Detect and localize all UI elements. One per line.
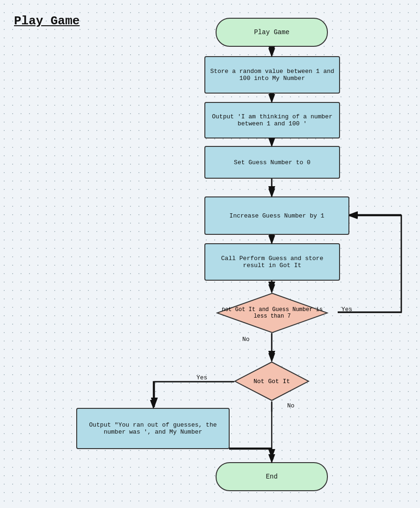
end-node: End xyxy=(216,462,328,491)
decision2-node: Not Got It xyxy=(234,361,310,401)
step4-label: Increase Guess Number by 1 xyxy=(230,212,325,219)
decision1-label: not Got It and Guess Number is less than… xyxy=(221,306,324,319)
decision2-yes-label: Yes xyxy=(196,374,207,381)
step4-node: Increase Guess Number by 1 xyxy=(204,196,349,235)
start-node: Play Game xyxy=(216,18,328,47)
step1-node: Store a random value between 1 and 100 i… xyxy=(204,56,340,94)
step6-node: Output "You ran out of guesses, the numb… xyxy=(76,408,230,449)
step5-label: Call Perform Guess and store result in G… xyxy=(210,255,334,269)
step6-label: Output "You ran out of guesses, the numb… xyxy=(82,421,224,435)
step3-node: Set Guess Number to 0 xyxy=(204,146,340,179)
decision1-no-label: No xyxy=(242,336,250,343)
decision2-label: Not Got It xyxy=(253,378,290,385)
step2-label: Output 'I am thinking of a number betwee… xyxy=(210,113,334,127)
step5-node: Call Perform Guess and store result in G… xyxy=(204,243,340,281)
decision2-no-label: No xyxy=(287,402,295,409)
page-title: Play Game xyxy=(14,14,80,28)
decision1-yes-label: Yes xyxy=(341,306,352,313)
end-label: End xyxy=(266,473,277,480)
start-label: Play Game xyxy=(254,29,290,36)
step1-label: Store a random value between 1 and 100 i… xyxy=(210,68,334,82)
step3-label: Set Guess Number to 0 xyxy=(234,159,311,166)
decision1-node: not Got It and Guess Number is less than… xyxy=(216,292,328,334)
step2-node: Output 'I am thinking of a number betwee… xyxy=(204,102,340,138)
